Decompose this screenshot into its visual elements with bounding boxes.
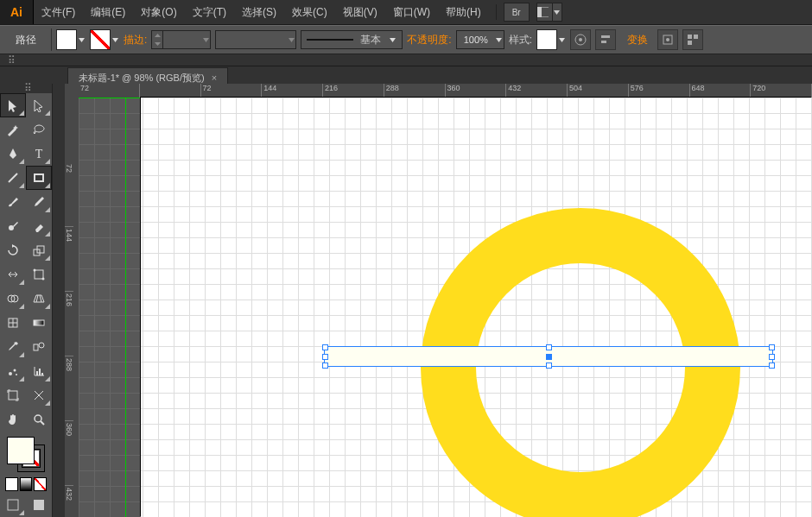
shape-builder-tool[interactable] [0,287,26,311]
hand-tool[interactable] [0,407,26,432]
perspective-grid-tool[interactable] [26,287,52,311]
slice-tool[interactable] [26,383,52,407]
chevron-down-icon[interactable] [77,30,86,49]
handle-mid-left[interactable] [322,354,328,360]
menu-type[interactable]: 文字(T) [185,0,234,24]
chevron-down-icon[interactable] [111,30,119,49]
magic-wand-tool[interactable] [0,117,26,142]
direct-select-tool[interactable] [26,93,52,117]
opacity-input[interactable]: 100% [456,30,504,49]
handle-top-right[interactable] [769,344,775,350]
menu-window[interactable]: 窗口(W) [385,0,438,24]
stroke-profile-dropdown[interactable]: 基本 [301,30,403,49]
handle-mid-bottom[interactable] [546,363,552,369]
eyedropper-tool[interactable] [0,335,26,359]
stroke-swatch-group[interactable] [90,29,119,50]
extras-button[interactable] [682,29,703,50]
lasso-tool[interactable] [26,117,52,142]
svg-point-28 [16,374,17,375]
bridge-button[interactable]: Br [504,3,530,22]
ruler-tick: 144 [65,227,73,292]
canvas[interactable]: 7272144216288360432504576648720 72144216… [65,84,812,517]
blob-brush-tool[interactable] [0,214,26,238]
brush-preset-dropdown[interactable] [215,30,296,49]
guide-vertical[interactable] [125,98,126,517]
tool-dock-bar[interactable]: ⠿ [0,54,812,66]
chevron-down-icon[interactable] [201,30,210,49]
color-mode-none[interactable] [34,477,47,491]
menu-effect[interactable]: 效果(C) [284,0,335,24]
type-tool[interactable]: T [26,142,52,166]
zoom-tool[interactable] [26,407,52,432]
opacity-label[interactable]: 不透明度: [407,33,451,47]
options-bar: 路径 描边: 基本 不透明度: 100% [0,25,812,54]
close-icon[interactable]: × [212,73,217,83]
change-screen-mode[interactable] [26,493,52,517]
tool-grip[interactable]: ⠿ [0,84,52,93]
handle-top-left[interactable] [322,344,328,350]
rectangle-tool[interactable] [26,166,52,190]
ruler-origin[interactable] [65,84,79,98]
handle-center[interactable] [546,354,552,360]
fill-box[interactable] [7,437,35,464]
stepper-icon[interactable] [152,31,163,48]
screen-mode-normal[interactable] [0,493,26,517]
svg-rect-36 [34,500,44,510]
fill-stroke-control[interactable] [5,435,47,474]
selected-rectangle[interactable] [324,346,773,367]
scale-tool[interactable] [26,238,52,262]
menu-edit[interactable]: 编辑(E) [83,0,133,24]
color-mode-solid[interactable] [5,477,18,491]
ruler-vertical[interactable]: 72144216288360432504 [65,98,79,517]
graphic-style-dropdown[interactable] [536,29,566,50]
stroke-weight-input[interactable] [151,30,211,49]
drag-handle-icon[interactable]: ⠿ [20,85,35,91]
menu-view[interactable]: 视图(V) [335,0,385,24]
handle-bottom-left[interactable] [322,363,328,369]
eraser-tool[interactable] [26,214,52,238]
transform-button[interactable]: 变换 [627,33,648,47]
gradient-tool[interactable] [26,311,52,335]
fill-swatch-group[interactable] [56,29,86,50]
artboard[interactable] [141,98,812,517]
graph-tool[interactable] [26,359,52,383]
svg-point-26 [9,372,12,375]
line-tool[interactable] [0,166,26,190]
handle-bottom-right[interactable] [769,363,775,369]
pen-tool[interactable] [0,142,26,166]
menu-file[interactable]: 文件(F) [34,0,83,24]
symbol-sprayer-tool[interactable] [0,359,26,383]
fill-swatch[interactable] [56,29,77,50]
style-swatch[interactable] [536,29,557,50]
handle-mid-top[interactable] [546,344,552,350]
recolor-button[interactable] [570,29,591,50]
paintbrush-tool[interactable] [0,190,26,214]
pencil-tool[interactable] [26,190,52,214]
ruler-horizontal[interactable]: 7272144216288360432504576648720 [79,84,812,98]
chevron-down-icon [552,3,561,21]
mesh-tool[interactable] [0,311,26,335]
rotate-tool[interactable] [0,238,26,262]
ruler-tick: 216 [65,292,73,356]
isolate-button[interactable] [657,29,678,50]
color-mode-gradient[interactable] [20,477,33,491]
workspace-switcher[interactable] [536,3,562,22]
align-panel-button[interactable] [595,29,616,50]
artboard-tool[interactable] [0,383,26,407]
stroke-label[interactable]: 描边: [124,33,147,47]
free-transform-tool[interactable] [26,262,52,287]
blend-tool[interactable] [26,335,52,359]
selection-tool[interactable] [0,93,26,117]
drag-handle-icon[interactable]: ⠿ [3,57,19,64]
chevron-down-icon[interactable] [495,30,504,49]
stroke-swatch-none[interactable] [90,29,111,50]
width-tool[interactable] [0,262,26,287]
chevron-down-icon[interactable] [287,30,295,49]
handle-mid-right[interactable] [769,354,775,360]
menu-select[interactable]: 选择(S) [234,0,284,24]
menu-object[interactable]: 对象(O) [133,0,184,24]
chevron-down-icon[interactable] [557,30,566,49]
menu-help[interactable]: 帮助(H) [438,0,489,24]
ruler-tick: 648 [690,84,752,98]
chevron-down-icon[interactable] [388,30,396,49]
